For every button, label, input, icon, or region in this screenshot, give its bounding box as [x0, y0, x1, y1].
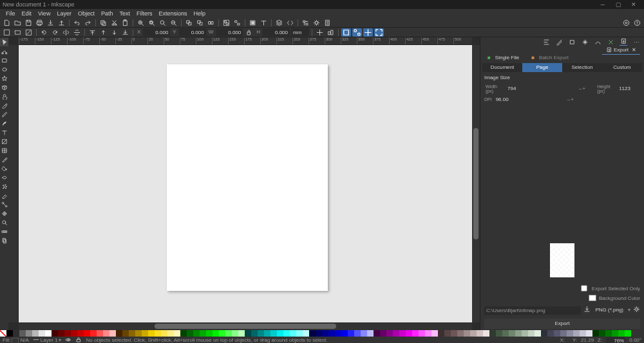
export-mode-single-tab[interactable]: ■Single File [483, 55, 527, 62]
export-tab-selection[interactable]: Selection [562, 63, 602, 72]
export-tab-document[interactable]: Document [482, 63, 522, 72]
cut-icon[interactable] [109, 19, 119, 27]
deselect-icon[interactable] [24, 28, 33, 37]
copy-icon[interactable] [99, 19, 108, 27]
palette-swatch[interactable] [148, 330, 155, 337]
horizontal-ruler[interactable]: -175-150-125-100-75-50-25025507510012515… [19, 37, 472, 45]
status-lock-icon[interactable] [75, 337, 82, 343]
palette-swatch[interactable] [213, 330, 219, 337]
export-mode-batch-tab[interactable]: ■Batch Export [527, 55, 576, 62]
palette-swatch[interactable] [341, 330, 348, 337]
menu-view[interactable]: View [35, 10, 53, 17]
export-format-select[interactable]: PNG (*.png) [593, 307, 625, 313]
export-tab-page[interactable]: Page [522, 63, 562, 72]
palette-swatch[interactable] [77, 330, 84, 337]
menu-file[interactable]: File [3, 10, 19, 17]
check-background-color[interactable]: Background Color [484, 294, 640, 302]
palette-swatch[interactable] [116, 330, 122, 337]
palette-swatch[interactable] [13, 330, 19, 337]
palette-swatch[interactable] [90, 330, 97, 337]
palette-swatch[interactable] [64, 330, 71, 337]
palette-swatch[interactable] [200, 330, 206, 337]
rectangle-tool-icon[interactable] [0, 56, 8, 64]
palette-swatch[interactable] [283, 330, 290, 337]
palette-swatch[interactable] [225, 330, 232, 337]
palette-swatch[interactable] [71, 330, 77, 337]
palette-swatch[interactable] [32, 330, 39, 337]
help-icon[interactable] [632, 19, 642, 27]
palette-swatch[interactable] [580, 330, 586, 337]
y-field[interactable] [179, 28, 206, 36]
palette-swatch[interactable] [477, 330, 483, 337]
dock-object-icon[interactable] [568, 38, 576, 46]
stepper-minus[interactable]: – [567, 97, 570, 103]
palette-swatch[interactable] [386, 330, 393, 337]
palette-swatch[interactable] [367, 330, 374, 337]
open-file-icon[interactable] [13, 19, 23, 27]
dropper-tool-icon[interactable] [0, 155, 8, 163]
check-export-selected-only[interactable]: Export Selected Only [484, 283, 640, 294]
affect-scale-icon[interactable] [326, 28, 336, 37]
palette-swatch[interactable] [502, 330, 509, 337]
palette-swatch[interactable] [496, 330, 502, 337]
palette-swatch[interactable] [522, 330, 528, 337]
prefs-icon[interactable] [312, 19, 321, 27]
snap-bbox-icon[interactable] [341, 28, 351, 37]
canvas-viewport[interactable] [19, 45, 472, 322]
zoom-tool-icon[interactable] [0, 218, 8, 227]
palette-swatch[interactable] [535, 330, 541, 337]
window-minimize-button[interactable]: ─ [595, 1, 611, 8]
menu-extensions[interactable]: Extensions [155, 10, 190, 17]
menu-help[interactable]: Help [190, 10, 209, 17]
text-tool-icon[interactable] [0, 128, 8, 136]
palette-swatch[interactable] [515, 330, 522, 337]
palette-swatch[interactable] [444, 330, 451, 337]
palette-swatch[interactable] [541, 330, 547, 337]
palette-swatch[interactable] [470, 330, 477, 337]
zoom-in-icon[interactable] [136, 19, 146, 27]
snap-nodes-icon[interactable] [352, 28, 362, 37]
palette-swatch[interactable] [489, 330, 496, 337]
flip-v-icon[interactable] [72, 28, 82, 37]
star-tool-icon[interactable] [0, 74, 8, 82]
palette-swatch[interactable] [605, 330, 612, 337]
palette-swatch[interactable] [19, 330, 26, 337]
palette-swatch[interactable] [309, 330, 316, 337]
close-icon[interactable]: ✕ [630, 47, 636, 53]
palette-swatch[interactable] [122, 330, 129, 337]
palette-swatch[interactable] [109, 330, 116, 337]
palette-swatch[interactable] [26, 330, 32, 337]
export-settings-icon[interactable] [633, 306, 640, 315]
palette-swatch[interactable] [174, 330, 180, 337]
palette-swatch[interactable] [509, 330, 515, 337]
palette-swatch[interactable] [290, 330, 296, 337]
export-height-field[interactable] [618, 85, 644, 92]
x-field[interactable] [143, 28, 170, 36]
spiral-tool-icon[interactable] [0, 92, 8, 100]
palette-swatch[interactable] [419, 330, 425, 337]
color-palette[interactable] [0, 330, 644, 337]
print-icon[interactable] [35, 19, 44, 27]
palette-swatch[interactable] [374, 330, 380, 337]
palette-swatch[interactable] [135, 330, 142, 337]
doc-properties-icon[interactable] [323, 19, 332, 27]
ellipse-tool-icon[interactable] [0, 65, 8, 73]
export-button[interactable]: Export [484, 319, 640, 329]
ungroup-icon[interactable] [232, 19, 242, 27]
palette-swatch[interactable] [258, 330, 264, 337]
palette-swatch[interactable] [393, 330, 399, 337]
palette-swatch[interactable] [547, 330, 554, 337]
palette-swatch[interactable] [39, 330, 45, 337]
selector-tool-icon[interactable] [0, 38, 8, 46]
menu-text[interactable]: Text [116, 10, 133, 17]
zoom-field[interactable] [606, 337, 625, 343]
eraser-tool-icon[interactable] [0, 191, 8, 199]
zoom-selection-icon[interactable] [169, 19, 178, 27]
palette-swatch[interactable] [380, 330, 386, 337]
lower-icon[interactable] [109, 28, 119, 37]
palette-swatch[interactable] [457, 330, 464, 337]
connector-tool-icon[interactable] [0, 200, 8, 209]
palette-swatch[interactable] [586, 330, 592, 337]
canvas-page[interactable] [167, 64, 328, 291]
group-icon[interactable] [222, 19, 231, 27]
